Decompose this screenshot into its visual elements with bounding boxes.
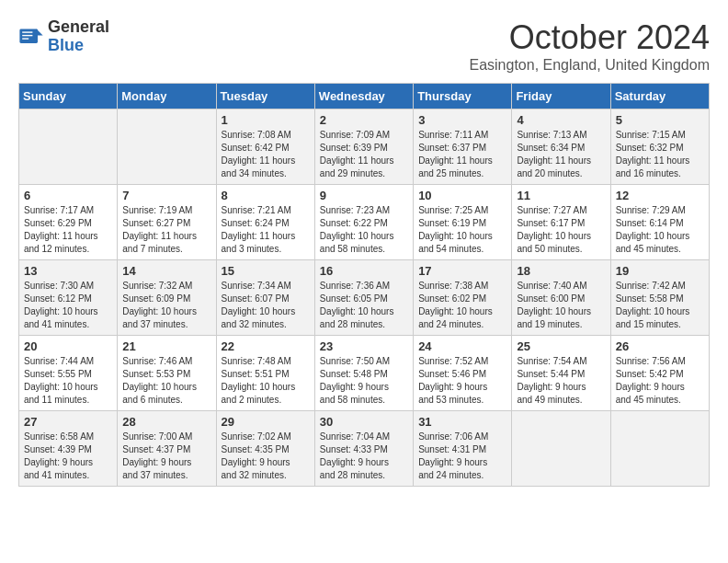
day-info: Sunrise: 7:52 AM Sunset: 5:46 PM Dayligh… — [418, 355, 506, 407]
calendar-cell: 5Sunrise: 7:15 AM Sunset: 6:32 PM Daylig… — [610, 109, 709, 185]
calendar-cell: 29Sunrise: 7:02 AM Sunset: 4:35 PM Dayli… — [216, 411, 314, 487]
calendar-cell: 7Sunrise: 7:19 AM Sunset: 6:27 PM Daylig… — [118, 185, 216, 260]
day-info: Sunrise: 7:29 AM Sunset: 6:14 PM Dayligh… — [616, 204, 704, 256]
day-info: Sunrise: 7:44 AM Sunset: 5:55 PM Dayligh… — [24, 355, 112, 407]
day-number: 28 — [122, 415, 210, 429]
day-number: 20 — [24, 339, 112, 353]
week-row-3: 13Sunrise: 7:30 AM Sunset: 6:12 PM Dayli… — [19, 260, 710, 336]
calendar-cell: 21Sunrise: 7:46 AM Sunset: 5:53 PM Dayli… — [118, 336, 216, 411]
svg-marker-1 — [37, 29, 43, 35]
logo-icon — [18, 24, 44, 50]
title-block: October 2024 Easington, England, United … — [469, 18, 710, 74]
day-info: Sunrise: 7:27 AM Sunset: 6:17 PM Dayligh… — [517, 204, 605, 256]
calendar-cell: 1Sunrise: 7:08 AM Sunset: 6:42 PM Daylig… — [216, 109, 314, 185]
week-row-4: 20Sunrise: 7:44 AM Sunset: 5:55 PM Dayli… — [19, 336, 710, 411]
day-info: Sunrise: 7:42 AM Sunset: 5:58 PM Dayligh… — [616, 280, 704, 331]
day-info: Sunrise: 7:54 AM Sunset: 5:44 PM Dayligh… — [517, 355, 605, 407]
day-number: 5 — [616, 113, 704, 127]
calendar-cell: 12Sunrise: 7:29 AM Sunset: 6:14 PM Dayli… — [610, 185, 709, 260]
day-number: 6 — [24, 189, 112, 202]
calendar-cell: 25Sunrise: 7:54 AM Sunset: 5:44 PM Dayli… — [512, 336, 610, 411]
day-number: 19 — [616, 264, 704, 278]
calendar-cell: 14Sunrise: 7:32 AM Sunset: 6:09 PM Dayli… — [118, 260, 216, 336]
column-header-monday: Monday — [118, 84, 216, 109]
svg-rect-4 — [22, 38, 28, 39]
day-info: Sunrise: 7:48 AM Sunset: 5:51 PM Dayligh… — [222, 355, 310, 407]
day-info: Sunrise: 7:00 AM Sunset: 4:37 PM Dayligh… — [122, 431, 210, 482]
day-number: 10 — [418, 189, 506, 202]
day-number: 11 — [517, 189, 605, 202]
calendar-table: SundayMondayTuesdayWednesdayThursdayFrid… — [18, 83, 710, 487]
day-info: Sunrise: 7:06 AM Sunset: 4:31 PM Dayligh… — [418, 431, 506, 482]
calendar-cell: 8Sunrise: 7:21 AM Sunset: 6:24 PM Daylig… — [216, 185, 314, 260]
calendar-cell: 2Sunrise: 7:09 AM Sunset: 6:39 PM Daylig… — [314, 109, 413, 185]
calendar-cell: 24Sunrise: 7:52 AM Sunset: 5:46 PM Dayli… — [414, 336, 512, 411]
column-header-friday: Friday — [512, 84, 610, 109]
week-row-2: 6Sunrise: 7:17 AM Sunset: 6:29 PM Daylig… — [19, 185, 710, 260]
svg-rect-3 — [22, 35, 32, 36]
day-number: 31 — [418, 415, 506, 429]
day-number: 4 — [517, 113, 605, 127]
calendar-cell: 20Sunrise: 7:44 AM Sunset: 5:55 PM Dayli… — [19, 336, 118, 411]
logo-text: General Blue — [48, 18, 109, 55]
day-info: Sunrise: 7:21 AM Sunset: 6:24 PM Dayligh… — [222, 204, 310, 256]
calendar-cell: 22Sunrise: 7:48 AM Sunset: 5:51 PM Dayli… — [216, 336, 314, 411]
day-number: 8 — [222, 189, 310, 202]
calendar-cell: 23Sunrise: 7:50 AM Sunset: 5:48 PM Dayli… — [314, 336, 413, 411]
day-number: 23 — [320, 339, 408, 353]
day-info: Sunrise: 7:04 AM Sunset: 4:33 PM Dayligh… — [320, 431, 408, 482]
day-info: Sunrise: 7:25 AM Sunset: 6:19 PM Dayligh… — [418, 204, 506, 256]
day-number: 15 — [222, 264, 310, 278]
day-info: Sunrise: 7:08 AM Sunset: 6:42 PM Dayligh… — [222, 129, 310, 180]
day-info: Sunrise: 7:36 AM Sunset: 6:05 PM Dayligh… — [320, 280, 408, 331]
day-info: Sunrise: 7:15 AM Sunset: 6:32 PM Dayligh… — [616, 129, 704, 180]
logo-blue: Blue — [48, 37, 109, 55]
day-info: Sunrise: 7:19 AM Sunset: 6:27 PM Dayligh… — [122, 204, 210, 256]
day-info: Sunrise: 7:30 AM Sunset: 6:12 PM Dayligh… — [24, 280, 112, 331]
calendar-cell: 6Sunrise: 7:17 AM Sunset: 6:29 PM Daylig… — [19, 185, 118, 260]
day-info: Sunrise: 7:56 AM Sunset: 5:42 PM Dayligh… — [616, 355, 704, 407]
day-info: Sunrise: 7:09 AM Sunset: 6:39 PM Dayligh… — [320, 129, 408, 180]
day-number: 14 — [122, 264, 210, 278]
day-info: Sunrise: 7:02 AM Sunset: 4:35 PM Dayligh… — [222, 431, 310, 482]
day-number: 29 — [222, 415, 310, 429]
calendar-cell: 18Sunrise: 7:40 AM Sunset: 6:00 PM Dayli… — [512, 260, 610, 336]
day-number: 12 — [616, 189, 704, 202]
day-info: Sunrise: 7:34 AM Sunset: 6:07 PM Dayligh… — [222, 280, 310, 331]
day-number: 16 — [320, 264, 408, 278]
calendar-cell: 16Sunrise: 7:36 AM Sunset: 6:05 PM Dayli… — [314, 260, 413, 336]
calendar-cell: 15Sunrise: 7:34 AM Sunset: 6:07 PM Dayli… — [216, 260, 314, 336]
logo-general: General — [48, 18, 109, 37]
week-row-5: 27Sunrise: 6:58 AM Sunset: 4:39 PM Dayli… — [19, 411, 710, 487]
day-number: 17 — [418, 264, 506, 278]
calendar-cell — [512, 411, 610, 487]
header-row: SundayMondayTuesdayWednesdayThursdayFrid… — [19, 84, 710, 109]
calendar-cell: 19Sunrise: 7:42 AM Sunset: 5:58 PM Dayli… — [610, 260, 709, 336]
calendar-cell — [118, 109, 216, 185]
calendar-cell: 9Sunrise: 7:23 AM Sunset: 6:22 PM Daylig… — [314, 185, 413, 260]
day-number: 22 — [222, 339, 310, 353]
day-number: 25 — [517, 339, 605, 353]
day-info: Sunrise: 7:46 AM Sunset: 5:53 PM Dayligh… — [122, 355, 210, 407]
day-number: 9 — [320, 189, 408, 202]
calendar-cell — [610, 411, 709, 487]
day-number: 21 — [122, 339, 210, 353]
week-row-1: 1Sunrise: 7:08 AM Sunset: 6:42 PM Daylig… — [19, 109, 710, 185]
location: Easington, England, United Kingdom — [469, 57, 710, 74]
day-number: 24 — [418, 339, 506, 353]
month-title: October 2024 — [469, 18, 710, 57]
day-number: 1 — [222, 113, 310, 127]
day-info: Sunrise: 7:40 AM Sunset: 6:00 PM Dayligh… — [517, 280, 605, 331]
day-number: 18 — [517, 264, 605, 278]
column-header-thursday: Thursday — [414, 84, 512, 109]
day-number: 27 — [24, 415, 112, 429]
day-info: Sunrise: 7:32 AM Sunset: 6:09 PM Dayligh… — [122, 280, 210, 331]
day-info: Sunrise: 7:11 AM Sunset: 6:37 PM Dayligh… — [418, 129, 506, 180]
column-header-saturday: Saturday — [610, 84, 709, 109]
calendar-cell: 10Sunrise: 7:25 AM Sunset: 6:19 PM Dayli… — [414, 185, 512, 260]
calendar-cell: 27Sunrise: 6:58 AM Sunset: 4:39 PM Dayli… — [19, 411, 118, 487]
logo: General Blue — [18, 18, 109, 55]
calendar-cell — [19, 109, 118, 185]
day-number: 30 — [320, 415, 408, 429]
column-header-wednesday: Wednesday — [314, 84, 413, 109]
